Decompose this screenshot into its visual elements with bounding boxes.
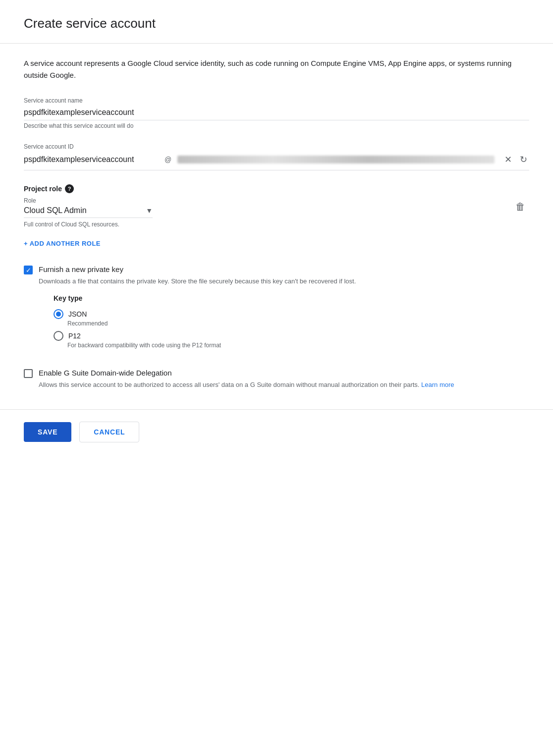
service-account-name-label: Service account name	[24, 97, 529, 104]
furnish-key-checkbox-wrapper[interactable]: ✓	[24, 266, 33, 274]
gsuite-section: Enable G Suite Domain-wide Delegation Al…	[24, 369, 529, 390]
key-type-title: Key type	[54, 294, 356, 302]
role-label: Role	[24, 197, 511, 204]
radio-p12-label: P12	[68, 332, 81, 340]
service-account-id-input[interactable]	[24, 155, 163, 164]
page-description: A service account represents a Google Cl…	[24, 57, 529, 81]
service-account-name-group: Service account name Describe what this …	[24, 97, 529, 129]
gsuite-content: Enable G Suite Domain-wide Delegation Al…	[39, 369, 454, 390]
page-title: Create service account	[24, 16, 529, 31]
gsuite-learn-more-link[interactable]: Learn more	[421, 381, 454, 388]
radio-json-visual	[54, 309, 63, 319]
gsuite-label: Enable G Suite Domain-wide Delegation	[39, 369, 454, 377]
project-role-label: Project role	[24, 185, 62, 193]
save-button[interactable]: SAVE	[24, 422, 71, 442]
role-left: Role Cloud SQL Admin ▼ Full control of C…	[24, 197, 511, 228]
radio-option-p12: P12 For backward compatibility with code…	[54, 331, 356, 349]
radio-row-p12: P12	[54, 331, 356, 341]
cancel-button[interactable]: CANCEL	[79, 422, 139, 442]
furnish-key-section: ✓ Furnish a new private key Downloads a …	[24, 265, 529, 353]
radio-row-json: JSON	[54, 309, 356, 319]
gsuite-desc-text: Allows this service account to be author…	[39, 381, 454, 388]
radio-json-description: Recommended	[67, 320, 356, 327]
furnish-key-label: Furnish a new private key	[39, 265, 356, 273]
service-account-name-input[interactable]	[24, 106, 529, 120]
project-role-section: Project role ? Role Cloud SQL Admin ▼ Fu…	[24, 184, 529, 251]
delete-role-button[interactable]: 🗑	[511, 199, 529, 215]
project-role-title: Project role ?	[24, 184, 529, 193]
add-another-role-button[interactable]: + ADD ANOTHER ROLE	[24, 236, 101, 251]
add-role-label: + ADD ANOTHER ROLE	[24, 240, 101, 247]
at-symbol: @	[165, 156, 171, 163]
gsuite-checkbox-wrapper[interactable]	[24, 369, 33, 378]
service-account-id-label: Service account ID	[24, 143, 529, 150]
radio-p12-visual	[54, 331, 63, 341]
dropdown-arrow-icon: ▼	[146, 207, 153, 215]
key-type-section: Key type JSON Recommended P12	[54, 294, 356, 349]
id-action-buttons: ✕ ↻	[502, 152, 529, 167]
service-account-id-row: @ ✕ ↻	[24, 152, 529, 170]
role-select[interactable]: Cloud SQL Admin	[24, 206, 142, 215]
furnish-key-content: Furnish a new private key Downloads a fi…	[39, 265, 356, 353]
radio-option-json: JSON Recommended	[54, 309, 356, 327]
gsuite-description: Allows this service account to be author…	[39, 380, 454, 390]
radio-p12-description: For backward compatibility with code usi…	[67, 342, 356, 349]
project-role-help-icon[interactable]: ?	[65, 184, 74, 193]
footer-actions: SAVE CANCEL	[24, 410, 529, 442]
service-account-name-hint: Describe what this service account will …	[24, 122, 529, 129]
domain-blurred	[177, 156, 495, 163]
role-row: Role Cloud SQL Admin ▼ Full control of C…	[24, 197, 529, 228]
radio-json-label: JSON	[68, 310, 87, 318]
clear-id-button[interactable]: ✕	[502, 152, 514, 167]
top-divider	[0, 43, 553, 44]
role-description: Full control of Cloud SQL resources.	[24, 221, 511, 228]
service-account-id-group: Service account ID @ ✕ ↻	[24, 143, 529, 170]
refresh-id-button[interactable]: ↻	[518, 152, 529, 167]
role-select-wrapper: Cloud SQL Admin ▼	[24, 206, 153, 218]
furnish-key-description: Downloads a file that contains the priva…	[39, 276, 356, 286]
